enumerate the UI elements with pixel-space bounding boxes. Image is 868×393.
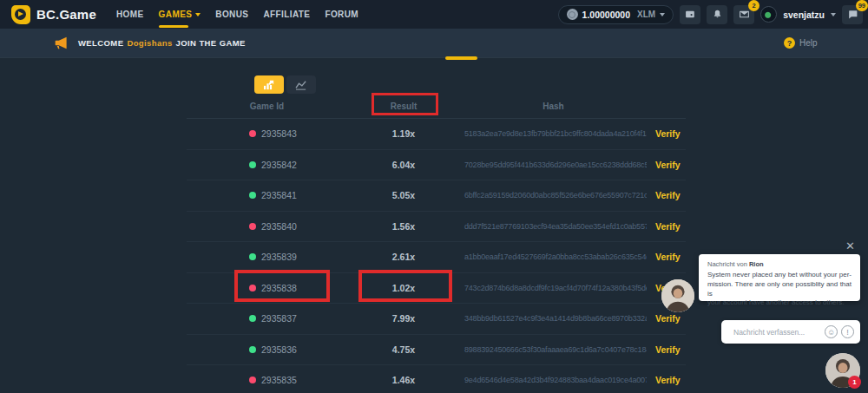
envelope-icon [739,9,750,20]
highlight-box-result-header [372,93,438,115]
verify-link[interactable]: Verify [647,313,686,324]
close-icon[interactable]: ✕ [845,239,855,252]
result-value: 2.61x [347,252,460,262]
hash-value: ddd7f521e87769103ecf94ea35da50ee354efd1c… [460,222,647,231]
verify-link[interactable]: Verify [647,252,686,262]
nav-item-games[interactable]: GAMES [159,0,201,29]
result-value: 5.05x [347,190,460,200]
alert-icon[interactable]: ! [841,325,854,338]
notifications-button[interactable] [707,5,727,24]
balance-selector[interactable]: 1.00000000 XLM [558,5,674,24]
chat-widget-avatar[interactable]: 1 [825,353,860,388]
nav-item-affiliate[interactable]: AFFILIATE [263,0,310,29]
result-value: 1.56x [347,221,460,232]
mail-button[interactable]: 2 [733,5,754,24]
result-value: 7.99x [347,313,460,324]
table-row: 2935841 5.05x 6bffc2a59159d2060d0abc85f5… [187,180,686,212]
top-navbar: BC.Game HOME GAMES BONUS AFFILIATE FORUM [0,0,868,29]
view-toggle-group [254,75,316,94]
status-dot [249,192,256,199]
table-body: 2935843 1.19x 5183a2ea7e9d8e13fb79bbf21b… [187,119,686,393]
game-id-value: 2935837 [261,313,297,324]
line-chart-icon [295,80,307,90]
status-dot [249,161,256,168]
chat-badge: 99 [856,0,868,11]
header-hash: Hash [460,102,647,111]
game-id-cell: 2935836 [187,344,347,355]
chat-message-bubble: Nachricht von Rion System never placed a… [699,254,860,301]
username-label: svenjatzu [783,10,825,20]
bell-icon [712,9,723,20]
hash-value: a1bb0eaaf17ed4527669f2a0bba8cc53abab26c6… [460,252,647,261]
nav-item-forum[interactable]: FORUM [325,0,358,29]
hash-value: 5183a2ea7e9d8e13fb79bbf21bc9ffc804dada4a… [460,129,647,138]
chat-sender-name: Rion [749,260,764,268]
table-row: 2935843 1.19x 5183a2ea7e9d8e13fb79bbf21b… [187,119,686,150]
hash-value: 7028be95dd95f441b633d6d296e0ae15cc6238dd… [460,160,647,169]
history-view-button[interactable] [254,75,284,94]
verify-link[interactable]: Verify [647,221,686,232]
bar-chart-icon [263,80,275,90]
table-row: 2935842 6.04x 7028be95dd95f441b633d6d296… [187,150,686,181]
active-tab-indicator [445,56,477,60]
game-id-value: 2935843 [261,128,297,139]
user-avatar[interactable] [760,6,777,23]
chat-bubble-icon [847,9,858,20]
game-id-cell: 2935839 [187,252,347,262]
verify-link[interactable]: Verify [647,344,686,355]
game-id-value: 2935840 [261,221,297,232]
nav-item-bonus[interactable]: BONUS [215,0,248,29]
header-game-id: Game Id [187,102,347,111]
table-row: 2935839 2.61x a1bb0eaaf17ed4527669f2a0bb… [187,242,686,273]
result-value: 1.19x [347,128,460,139]
megaphone-icon [54,36,69,49]
status-dot [249,253,256,260]
game-history-table: Game Id Result Hash 2935843 1.19x 5183a2… [187,94,686,393]
game-id-value: 2935836 [261,344,297,355]
verify-link[interactable]: Verify [647,375,686,385]
game-id-cell: 2935840 [187,221,347,232]
table-row: 2935837 7.99x 348bb9db61527e4c9f3e4a1414… [187,304,686,335]
coin-icon [567,9,578,20]
wallet-button[interactable] [680,5,700,24]
help-link[interactable]: ? Help [784,29,818,57]
game-id-cell: 2935841 [187,190,347,200]
welcome-username: Dogishans [127,38,172,48]
chat-button[interactable]: 99 [842,5,863,24]
nav-item-home[interactable]: HOME [116,0,144,29]
game-id-cell: 2935842 [187,160,347,170]
verify-link[interactable]: Verify [647,128,686,139]
game-id-cell: 2935843 [187,128,347,139]
trend-view-button[interactable] [286,75,316,94]
game-id-value: 2935839 [261,252,297,262]
unread-count-badge: 1 [848,376,861,389]
game-id-value: 2935835 [261,375,297,385]
result-value: 1.46x [347,375,460,385]
game-id-value: 2935841 [261,190,297,200]
chevron-down-icon [195,13,201,16]
table-row: 2935840 1.56x ddd7f521e87769103ecf94ea35… [187,212,686,243]
table-row: 2935836 4.75x 8988392450666c53f30afaaaea… [187,335,686,366]
bcgame-logo-icon [11,5,30,24]
chevron-down-icon[interactable] [831,13,836,16]
status-dot [249,223,256,230]
chevron-down-icon [660,13,665,16]
emoji-icon[interactable]: ☺ [825,325,838,338]
chat-message-input[interactable] [733,328,821,337]
status-dot [249,130,256,137]
brand-logo[interactable]: BC.Game [11,0,96,29]
highlight-box-result-value [358,270,452,302]
question-icon: ? [784,37,795,49]
balance-currency: XLM [637,10,655,19]
status-dot [249,346,256,353]
bc-game-page: BC.Game HOME GAMES BONUS AFFILIATE FORUM [0,0,868,393]
highlight-box-game-id [234,270,330,302]
chat-input-bar: ☺ ! [721,320,860,344]
wallet-icon [685,9,696,20]
verify-link[interactable]: Verify [647,190,686,200]
result-value: 6.04x [347,160,460,170]
navbar-right-cluster: 1.00000000 XLM 2 svenjatzu 99 [558,0,863,29]
status-dot [249,377,256,383]
verify-link[interactable]: Verify [647,160,686,170]
status-dot [249,315,256,322]
